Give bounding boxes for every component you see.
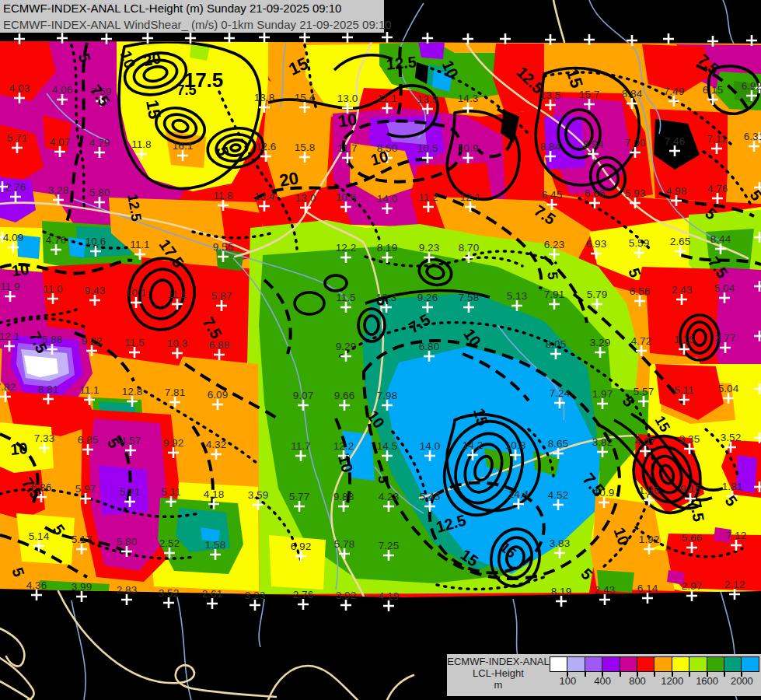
- station-value: 8.84: [622, 88, 643, 100]
- station-value: 13.9: [417, 93, 438, 105]
- station-value: 5.57: [634, 386, 654, 397]
- station-value: 5.17: [72, 534, 92, 545]
- station-value: 8.05: [546, 338, 566, 350]
- station-value: 4.32: [206, 439, 226, 450]
- legend-tick-label: 800: [629, 675, 646, 687]
- station-value: 4.72: [631, 335, 651, 347]
- station-value: 5.87: [211, 290, 232, 302]
- station-value: 11.1: [377, 93, 396, 104]
- station-value: 10.6: [86, 236, 106, 247]
- station-value: 11.5: [124, 337, 144, 348]
- station-value: 4.98: [666, 185, 686, 197]
- station-value: 6.14: [637, 583, 658, 594]
- station-value: 10.5: [417, 142, 438, 154]
- station-value: 2.43: [595, 584, 615, 596]
- station-value: 2.65: [670, 236, 690, 247]
- station-value: 13.0: [337, 93, 358, 104]
- station-value: 2.97: [682, 580, 702, 592]
- station-value: 4.23: [379, 491, 399, 502]
- station-value: 11.0: [43, 283, 62, 295]
- contour-label: 5: [545, 271, 561, 281]
- station-value: 3.59: [248, 489, 268, 501]
- station-value: 5.77: [289, 491, 309, 502]
- legend-swatch: [689, 656, 707, 672]
- station-value: 10.1: [126, 287, 146, 299]
- title-bar-contour-field: ECMWF-INDEX-ANAL WindShear_ (m/s) 0-1km …: [0, 16, 384, 33]
- legend-unit-label: m: [447, 679, 550, 691]
- station-value: 14.5: [377, 440, 397, 452]
- station-value: 4.09: [3, 232, 23, 243]
- station-value: 5.59: [629, 237, 649, 249]
- contour-label: 12.5: [386, 53, 417, 72]
- station-value: 6.23: [544, 239, 564, 250]
- station-value: 4.57: [120, 435, 141, 446]
- station-value: 13.0: [295, 192, 316, 204]
- station-value: 13.4: [254, 191, 275, 202]
- station-value: 4.06: [52, 84, 72, 96]
- legend-model-label: ECMWF-INDEX-ANAL: [447, 656, 550, 667]
- station-value: 5.21: [120, 486, 140, 498]
- station-value: 9.22: [82, 335, 102, 347]
- station-value: 11.8: [131, 138, 151, 150]
- legend-swatch: [707, 656, 724, 672]
- station-value: 12.2: [333, 440, 354, 452]
- station-value: 4.76: [46, 234, 66, 246]
- station-value: 3.83: [550, 537, 570, 549]
- legend-swatch: [637, 656, 655, 672]
- legend: ECMWF-INDEX-ANAL LCL-Height m 1004008001…: [447, 654, 761, 696]
- station-value: 11.1: [79, 384, 99, 396]
- station-value: 4.76: [707, 183, 728, 194]
- station-value: 1.97: [592, 388, 613, 400]
- contour-label: 20: [142, 49, 162, 69]
- station-value: 11.1: [130, 239, 149, 250]
- station-value: 5.14: [29, 530, 50, 542]
- station-value: 7.91: [544, 289, 564, 300]
- station-value: 4.36: [26, 579, 47, 591]
- station-value: 3.99: [72, 581, 92, 593]
- legend-swatch: [672, 656, 689, 672]
- station-value: 14.2: [463, 439, 483, 451]
- station-value: 1.81: [722, 481, 742, 492]
- station-value: 4.03: [9, 82, 30, 94]
- station-value: 5.71: [7, 132, 27, 144]
- legend-tick-label: 2000: [731, 675, 753, 687]
- contour-label: 7.5: [176, 82, 196, 98]
- legend-swatch: [585, 656, 602, 672]
- title-bar-shaded-field: ECMWF-INDEX-ANAL LCL-Height (m) Sunday 2…: [0, 0, 384, 16]
- station-value: 8.70: [459, 242, 479, 254]
- station-value: 9.66: [334, 390, 354, 401]
- contour-label: 5: [374, 296, 392, 306]
- station-value: 6.66: [585, 187, 605, 199]
- station-value: 3.52: [721, 432, 741, 443]
- station-value: 4.07: [635, 436, 655, 447]
- station-value: 3.52: [159, 587, 179, 599]
- station-value: 5.45: [420, 491, 440, 502]
- station-value: 6.80: [419, 341, 439, 352]
- contour-label: 20: [278, 168, 299, 191]
- station-value: 2.52: [159, 537, 180, 549]
- station-value: 4.19: [379, 590, 399, 602]
- station-value: 2.12: [724, 579, 745, 590]
- station-value: 8.19: [377, 242, 397, 254]
- station-value: 10.9: [458, 142, 478, 154]
- contour-label: 15: [142, 98, 165, 120]
- station-value: 6.88: [209, 339, 229, 351]
- station-value: 7.49: [664, 86, 684, 97]
- legend-tick-label: 1600: [696, 675, 718, 687]
- station-value: 3.28: [48, 184, 68, 196]
- station-value: 9.92: [163, 437, 183, 449]
- station-value: 16.1: [173, 140, 193, 152]
- station-value: 5.66: [682, 532, 702, 544]
- legend-tick-label: 100: [560, 675, 577, 687]
- station-value: 11.7: [291, 440, 310, 452]
- station-value: 4.79: [89, 137, 110, 149]
- station-value: 5.11: [161, 486, 180, 498]
- data-domain-layer: [0, 37, 761, 600]
- legend-color-swatches: [550, 656, 759, 672]
- station-value: 2.76: [293, 589, 313, 600]
- station-value: 14.4: [508, 488, 529, 500]
- legend-swatch: [567, 656, 585, 672]
- station-value: 6.56: [630, 285, 650, 297]
- station-value: 2.61: [202, 588, 222, 600]
- station-value: 9.43: [85, 285, 105, 296]
